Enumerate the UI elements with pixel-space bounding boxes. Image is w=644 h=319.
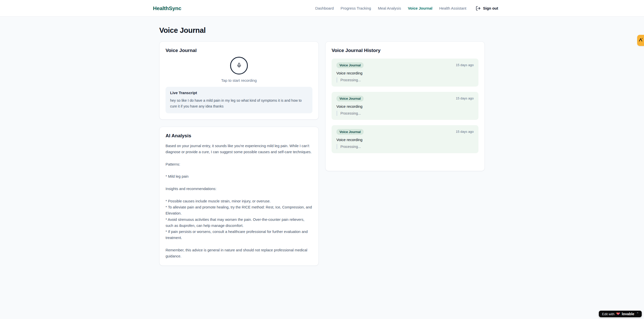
sign-out-button[interactable]: Sign out bbox=[476, 6, 498, 11]
recorder-card-title: Voice Journal bbox=[166, 48, 312, 53]
main-content: Voice Journal Voice Journal Tap to start… bbox=[159, 17, 485, 266]
lambda-logo-icon bbox=[638, 38, 643, 43]
brand-logo[interactable]: HealthSync bbox=[153, 5, 181, 11]
nav-item-meal-analysis[interactable]: Meal Analysis bbox=[378, 6, 401, 10]
nav-item-voice-journal[interactable]: Voice Journal bbox=[408, 6, 432, 10]
tap-to-record-hint: Tap to start recording bbox=[221, 78, 257, 83]
history-entry[interactable]: Voice Journal 15 days ago Voice recordin… bbox=[332, 92, 478, 120]
entry-status: Processing... bbox=[337, 144, 474, 149]
entry-timestamp: 15 days ago bbox=[456, 62, 474, 67]
live-transcript-title: Live Transcript bbox=[170, 91, 308, 95]
heart-icon bbox=[616, 312, 620, 316]
history-title: Voice Journal History bbox=[332, 48, 478, 53]
page-title: Voice Journal bbox=[159, 26, 485, 35]
nav-item-progress-tracking[interactable]: Progress Tracking bbox=[341, 6, 371, 10]
entry-status: Processing... bbox=[337, 111, 474, 116]
nav-item-dashboard[interactable]: Dashboard bbox=[315, 6, 334, 10]
voice-recorder-card: Voice Journal Tap to start recording Liv… bbox=[159, 41, 319, 120]
lovable-brand: lovable bbox=[622, 312, 634, 316]
lovable-prefix: Edit with bbox=[602, 312, 614, 316]
log-out-icon bbox=[476, 6, 481, 11]
entry-type-badge: Voice Journal bbox=[336, 96, 364, 101]
voice-journal-history-card: Voice Journal History Voice Journal 15 d… bbox=[325, 41, 485, 171]
history-entry[interactable]: Voice Journal 15 days ago Voice recordin… bbox=[332, 59, 478, 87]
live-transcript-box: Live Transcript hey so like I do have a … bbox=[166, 87, 312, 113]
feedback-side-tab[interactable] bbox=[637, 35, 644, 46]
top-nav: HealthSync Dashboard Progress Tracking M… bbox=[0, 0, 644, 17]
history-entry[interactable]: Voice Journal 15 days ago Voice recordin… bbox=[332, 125, 478, 153]
entry-status: Processing... bbox=[337, 77, 474, 83]
entry-timestamp: 15 days ago bbox=[456, 96, 474, 100]
entry-label: Voice recording bbox=[336, 104, 474, 109]
sign-out-label: Sign out bbox=[483, 6, 498, 10]
mic-icon bbox=[236, 63, 242, 69]
record-button[interactable] bbox=[230, 57, 248, 74]
entry-label: Voice recording bbox=[336, 138, 474, 142]
live-transcript-text: hey so like I do have a mild pain in my … bbox=[170, 98, 308, 109]
close-icon[interactable]: × bbox=[637, 311, 638, 314]
entry-type-badge: Voice Journal bbox=[336, 129, 364, 135]
history-list: Voice Journal 15 days ago Voice recordin… bbox=[332, 59, 478, 153]
edit-with-lovable-badge[interactable]: Edit with lovable × bbox=[599, 311, 642, 317]
entry-timestamp: 15 days ago bbox=[456, 129, 474, 134]
ai-analysis-card: AI Analysis Based on your journal entry,… bbox=[159, 127, 319, 266]
ai-analysis-text: Based on your journal entry, it sounds l… bbox=[166, 143, 312, 259]
ai-analysis-title: AI Analysis bbox=[166, 133, 312, 139]
entry-type-badge: Voice Journal bbox=[336, 62, 364, 68]
nav-item-health-assistant[interactable]: Health Assistant bbox=[439, 6, 466, 10]
entry-label: Voice recording bbox=[336, 71, 474, 75]
main-nav: Dashboard Progress Tracking Meal Analysi… bbox=[315, 6, 498, 11]
